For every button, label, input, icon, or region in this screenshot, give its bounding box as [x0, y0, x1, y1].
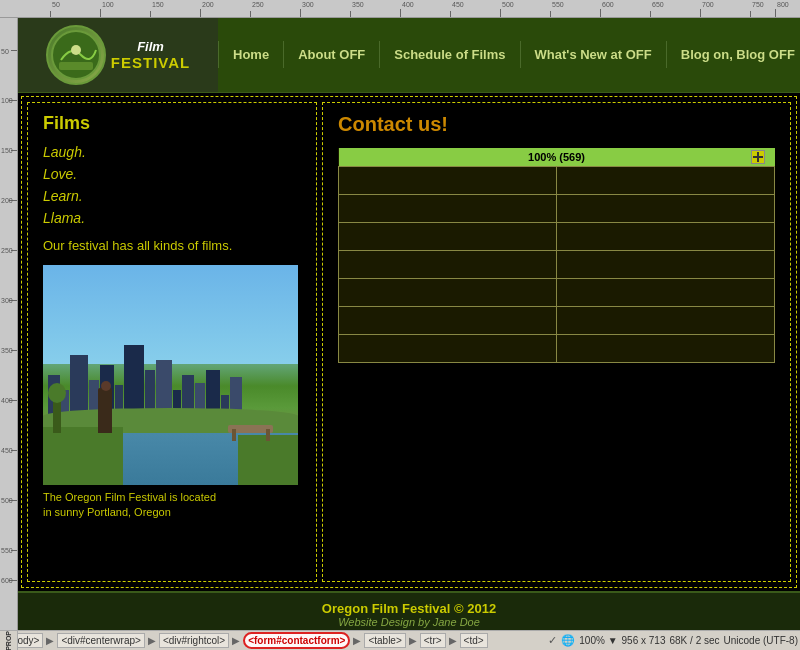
svg-rect-4 — [757, 152, 759, 162]
form-row-7 — [339, 335, 775, 363]
footer-design: Website Design by Jane Doe — [338, 616, 480, 628]
form-row-4 — [339, 251, 775, 279]
tag-centerwrap[interactable]: <div#centerwrap> — [57, 633, 145, 648]
tag-rightcol[interactable]: <div#rightcol> — [159, 633, 229, 648]
resize-handle[interactable] — [751, 150, 765, 164]
site-footer: Oregon Film Festival © 2012 Website Desi… — [18, 591, 800, 630]
form-input-13[interactable] — [343, 343, 552, 357]
form-input-5[interactable] — [343, 231, 552, 245]
form-input-11[interactable] — [343, 315, 552, 329]
form-row-2 — [339, 195, 775, 223]
nav-home[interactable]: Home — [218, 41, 284, 68]
form-input-14[interactable] — [561, 343, 770, 357]
logo-circle — [46, 25, 106, 85]
nav-schedule[interactable]: Schedule of Films — [380, 41, 520, 68]
film-description: Our festival has all kinds of films. — [43, 238, 301, 253]
status-size: 68K / 2 sec — [670, 635, 720, 646]
tagline-learn: Learn. — [43, 188, 301, 204]
icon-globe: 🌐 — [561, 634, 575, 647]
status-dimensions: 956 x 713 — [622, 635, 666, 646]
resize-icon — [753, 152, 763, 162]
nav-whatsnew[interactable]: What's New at OFF — [521, 41, 667, 68]
form-input-6[interactable] — [561, 231, 770, 245]
logo-festival: Festival — [111, 54, 190, 71]
logo-area: Film Festival — [18, 18, 218, 92]
form-input-3[interactable] — [343, 203, 552, 217]
progress-bar: 100% (569) — [339, 148, 775, 166]
right-column: Contact us! 100% (569) — [322, 102, 791, 582]
form-row-6 — [339, 307, 775, 335]
image-caption: The Oregon Film Festival is located in s… — [43, 490, 301, 521]
tag-td[interactable]: <td> — [460, 633, 488, 648]
tagline-laugh: Laugh. — [43, 144, 301, 160]
films-title: Films — [43, 113, 301, 134]
form-input-8[interactable] — [561, 259, 770, 273]
form-input-2[interactable] — [561, 175, 770, 189]
properties-label-area: PROP — [0, 630, 18, 650]
city-image — [43, 265, 298, 485]
form-input-4[interactable] — [561, 203, 770, 217]
nav-about[interactable]: About OFF — [284, 41, 380, 68]
tagline-love: Love. — [43, 166, 301, 182]
form-input-7[interactable] — [343, 259, 552, 273]
logo-film: Film — [111, 39, 190, 54]
form-input-9[interactable] — [343, 287, 552, 301]
progress-label: 100% (569) — [528, 151, 585, 163]
status-encoding: Unicode (UTF-8) — [724, 635, 798, 646]
contact-title: Contact us! — [338, 113, 775, 136]
logo-text: Film Festival — [111, 39, 190, 71]
nav-blog[interactable]: Blog on, Blog OFF — [667, 41, 800, 68]
page-content: Film Festival Home About OFF Schedule of… — [18, 18, 800, 630]
app-window: 50 100 150 200 250 300 350 400 450 500 5… — [0, 0, 800, 650]
tag-tr[interactable]: <tr> — [420, 633, 446, 648]
form-row-1 — [339, 167, 775, 195]
contact-form-table: 100% (569) — [338, 148, 775, 363]
status-bar: <body> ▶ <div#centerwrap> ▶ <div#rightco… — [0, 630, 800, 650]
svg-point-2 — [71, 45, 81, 55]
left-column: Films Laugh. Love. Learn. Llama. Our fes… — [27, 102, 317, 582]
tag-contactform[interactable]: <form#contactform> — [243, 632, 350, 649]
form-input-10[interactable] — [561, 287, 770, 301]
form-row-5 — [339, 279, 775, 307]
body-content: Films Laugh. Love. Learn. Llama. Our fes… — [21, 96, 797, 588]
footer-copyright: Oregon Film Festival © 2012 — [322, 601, 496, 616]
progress-row: 100% (569) — [339, 148, 775, 167]
form-input-12[interactable] — [561, 315, 770, 329]
tag-table[interactable]: <table> — [364, 633, 405, 648]
site-nav: Home About OFF Schedule of Films What's … — [218, 18, 800, 92]
svg-rect-1 — [59, 62, 93, 70]
ruler-left: 50 100 150 200 250 300 350 400 450 500 5… — [0, 18, 18, 630]
tagline-llama: Llama. — [43, 210, 301, 226]
status-icons: ✓ 🌐 100% ▼ 956 x 713 68K / 2 sec Unicode… — [548, 634, 798, 647]
logo-icon — [51, 30, 101, 80]
ruler-top: 50 100 150 200 250 300 350 400 450 500 5… — [0, 0, 800, 18]
site-header: Film Festival Home About OFF Schedule of… — [18, 18, 800, 93]
status-zoom: 100% ▼ — [579, 635, 617, 646]
form-input-1[interactable] — [343, 175, 552, 189]
icon-check: ✓ — [548, 634, 557, 647]
form-row-3 — [339, 223, 775, 251]
properties-text: PROP — [5, 631, 12, 650]
